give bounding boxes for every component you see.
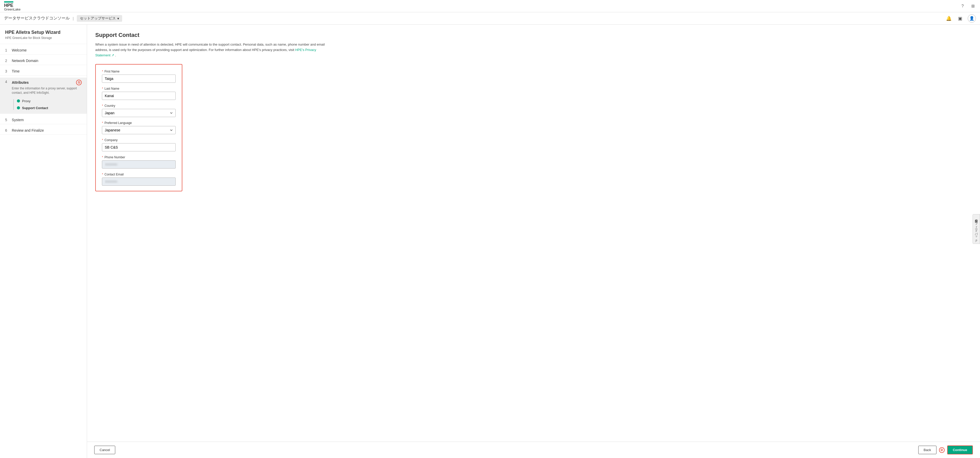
- last-name-label: * Last Name: [102, 87, 176, 91]
- sidebar-divider: [0, 44, 87, 44]
- contact-email-input[interactable]: [102, 178, 176, 186]
- step-1-number: 1: [5, 48, 9, 52]
- step-4-badge: ①: [76, 80, 82, 85]
- step-network-domain[interactable]: 2 Network Domain: [0, 57, 87, 65]
- sidebar-subtitle: HPE GreenLake for Block Storage: [0, 36, 87, 44]
- country-label: * Country: [102, 104, 176, 108]
- bottom-right-actions: Back ② Continue: [918, 445, 973, 455]
- step-4-desc: Enter the information for a proxy server…: [12, 86, 82, 95]
- top-navigation: HPE GreenLake ? ⊞: [0, 0, 980, 12]
- step-3-number: 3: [5, 69, 9, 73]
- help-icon[interactable]: ?: [959, 3, 966, 9]
- phone-number-label: * Phone Number: [102, 156, 176, 159]
- support-contact-dot: [17, 106, 20, 110]
- badge-2: ②: [939, 447, 945, 453]
- hpe-text: HPE: [4, 3, 21, 8]
- step-welcome[interactable]: 1 Welcome: [0, 46, 87, 54]
- country-field: * Country Japan United States Australia …: [102, 104, 176, 117]
- support-contact-label: Support Contact: [22, 106, 48, 110]
- company-label: * Company: [102, 138, 176, 142]
- phone-number-input[interactable]: [102, 161, 176, 169]
- continue-button[interactable]: Continue: [947, 445, 973, 455]
- feedback-tab[interactable]: 製品のフィードバック: [972, 214, 980, 244]
- sidebar: HPE Alletra Setup Wizard HPE GreenLake f…: [0, 25, 87, 458]
- bottom-bar: Cancel Back ② Continue: [87, 442, 980, 458]
- chevron-down-icon: ▾: [117, 16, 119, 21]
- step-attributes[interactable]: 4 Attributes ① Enter the information for…: [0, 78, 87, 113]
- support-contact-form: * First Name * Last Name *: [95, 64, 182, 191]
- last-name-input[interactable]: [102, 92, 176, 100]
- country-select[interactable]: Japan United States Australia Germany: [102, 109, 176, 117]
- step-3-label: Time: [12, 69, 20, 73]
- contact-email-field: * Contact Email: [102, 173, 176, 186]
- step-1-label: Welcome: [12, 48, 27, 52]
- step-5-label: System: [12, 118, 24, 122]
- proxy-label: Proxy: [22, 99, 30, 103]
- divider-5: [0, 124, 87, 124]
- step-2-label: Network Domain: [12, 59, 38, 63]
- step-review[interactable]: 6 Review and Finalize: [0, 126, 87, 135]
- preferred-language-select[interactable]: Japanese English German French: [102, 126, 176, 134]
- step-2-number: 2: [5, 59, 9, 63]
- page-description: When a system issue in need of attention…: [95, 42, 326, 58]
- sub-nav-title: データサービスクラウドコンソール: [4, 16, 70, 21]
- page-title: Support Contact: [95, 32, 972, 38]
- sidebar-title: HPE Alletra Setup Wizard: [0, 30, 87, 36]
- logo-bar: [4, 1, 13, 3]
- proxy-dot: [17, 99, 20, 102]
- divider-3: [0, 75, 87, 76]
- display-icon[interactable]: ▣: [956, 15, 964, 22]
- service-label: セットアップサービス: [80, 16, 116, 21]
- content-area: Support Contact When a system issue in n…: [87, 25, 980, 442]
- nav-icons: ? ⊞: [959, 3, 976, 9]
- greenlake-text: GreenLake: [4, 8, 21, 11]
- sub-navigation: データサービスクラウドコンソール | セットアップサービス ▾ 🔔 ▣ 👤: [0, 12, 980, 25]
- avatar[interactable]: 👤: [968, 14, 976, 22]
- phone-number-field: * Phone Number: [102, 156, 176, 169]
- company-input[interactable]: [102, 143, 176, 151]
- service-selector[interactable]: セットアップサービス ▾: [77, 15, 122, 22]
- description-text: When a system issue in need of attention…: [95, 43, 325, 52]
- last-name-field: * Last Name: [102, 87, 176, 100]
- sub-nav-divider: |: [73, 16, 74, 21]
- first-name-input[interactable]: [102, 75, 176, 83]
- divider-4: [0, 113, 87, 114]
- contact-email-label: * Contact Email: [102, 173, 176, 176]
- step-5-number: 5: [5, 118, 9, 122]
- grid-icon[interactable]: ⊞: [970, 3, 976, 9]
- divider-2: [0, 65, 87, 65]
- cancel-button[interactable]: Cancel: [94, 446, 115, 454]
- step-6-number: 6: [5, 128, 9, 132]
- description-end: .: [115, 53, 116, 57]
- first-name-field: * First Name: [102, 70, 176, 83]
- preferred-language-field: * Preferred Language Japanese English Ge…: [102, 121, 176, 134]
- back-button[interactable]: Back: [918, 446, 937, 454]
- bottom-left-actions: Cancel: [94, 446, 115, 454]
- step-4-label: Attributes: [12, 80, 29, 84]
- external-link-icon: ↗: [111, 53, 114, 57]
- connector-line: [13, 99, 14, 110]
- main-layout: HPE Alletra Setup Wizard HPE GreenLake f…: [0, 25, 980, 458]
- step-time[interactable]: 3 Time: [0, 67, 87, 75]
- sub-nav-icons: 🔔 ▣ 👤: [945, 14, 976, 22]
- sub-step-proxy[interactable]: Proxy: [12, 98, 82, 105]
- first-name-label: * First Name: [102, 70, 176, 73]
- step-6-label: Review and Finalize: [12, 128, 44, 132]
- hpe-logo: HPE GreenLake: [4, 1, 21, 11]
- company-field: * Company: [102, 138, 176, 151]
- step-4-number: 4: [5, 80, 9, 84]
- sub-step-support-contact[interactable]: Support Contact: [12, 105, 82, 111]
- step-system[interactable]: 5 System: [0, 116, 87, 124]
- bell-icon[interactable]: 🔔: [945, 15, 952, 22]
- preferred-language-label: * Preferred Language: [102, 121, 176, 125]
